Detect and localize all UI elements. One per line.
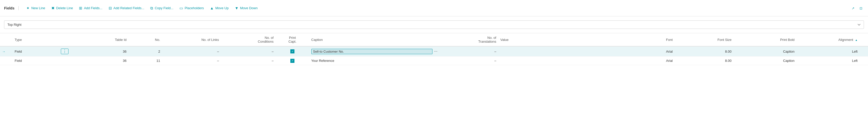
cell-scroll-1 [860,46,868,57]
th-arrow [0,33,12,46]
cell-printbold-1: Caption [734,46,797,57]
caption-cell-1: Sell-to Customer No. ··· [311,49,438,54]
placeholders-button[interactable]: ▭ Placeholders [177,4,206,12]
new-line-icon: ✦ [26,6,30,10]
export-icon: ↗ [851,6,855,10]
caption-more-button-1[interactable]: ··· [434,49,437,54]
settings-button[interactable]: ⊡ [858,4,864,12]
cell-tableid-1: 36 [74,46,129,57]
th-caption: Caption [309,33,440,46]
add-related-fields-label: Add Related Fields... [114,6,145,10]
add-fields-button[interactable]: ⊞ Add Fields... [76,4,105,12]
add-fields-icon: ⊞ [79,6,82,10]
position-dropdown[interactable]: Top Right Top Left Bottom Right Bottom L… [4,21,864,29]
move-up-icon: ▲ [210,6,214,10]
cell-value-2 [498,57,599,65]
caption-value-1[interactable]: Sell-to Customer No. [311,49,432,54]
placeholders-label: Placeholders [185,6,204,10]
move-down-icon: ▼ [235,6,239,10]
checkbox-1[interactable]: ✓ [290,49,294,54]
table-section: Type Table Id No. No. of Links No. of [0,33,868,65]
th-translations: No. of Translations [439,33,498,46]
sort-icon: ▲ [855,39,858,41]
table-row[interactable]: → Field ⋮ 36 2 – [0,46,868,57]
section-label: Fields [4,6,19,10]
th-tableid: Table Id [74,33,129,46]
checkbox-2[interactable]: ✓ [290,59,294,63]
cell-translations-1: – [439,46,498,57]
cell-printcapt-2[interactable]: ✓ [276,57,309,65]
th-font: Font [599,33,675,46]
th-fontsize: Font Size [675,33,734,46]
move-up-label: Move Up [215,6,228,10]
cell-conditions-1: – [221,46,276,57]
th-no: No. [129,33,162,46]
th-type: Type [12,33,59,46]
copy-field-label: Copy Field... [155,6,173,10]
delete-line-button[interactable]: ✖ Delete Line [49,4,76,12]
add-fields-label: Add Fields... [84,6,102,10]
move-down-label: Move Down [240,6,258,10]
add-related-fields-button[interactable]: ⊟ Add Related Fields... [106,4,147,12]
cell-links-1: – [162,46,221,57]
add-related-fields-icon: ⊟ [108,6,112,10]
delete-line-label: Delete Line [56,6,73,10]
th-links: No. of Links [162,33,221,46]
row-menu-button-1[interactable]: ⋮ [61,48,68,54]
table-wrapper: Type Table Id No. No. of Links No. of [0,33,868,65]
cell-translations-2: – [439,57,498,65]
copy-field-button[interactable]: ⧉ Copy Field... [148,4,176,12]
cell-font-2: Arial [599,57,675,65]
cell-scroll-2 [860,57,868,65]
row-arrow-1: → [0,46,12,57]
cell-alignment-1: Left [797,46,860,57]
cell-dots-1[interactable]: ⋮ [59,46,74,57]
toolbar: Fields ✦ New Line ✖ Delete Line ⊞ Add Fi… [0,0,868,16]
cell-no-2: 11 [129,57,162,65]
row-arrow-2 [0,57,12,65]
th-printbold: Print Bold [734,33,797,46]
placeholders-icon: ▭ [179,6,183,10]
move-up-button[interactable]: ▲ Move Up [208,4,231,12]
table-header-row: Type Table Id No. No. of Links No. of [0,33,868,46]
cell-fontsize-1: 8.00 [675,46,734,57]
cell-conditions-2: – [221,57,276,65]
th-conditions: No. of Conditions [221,33,276,46]
new-line-label: New Line [31,6,45,10]
cell-caption-1[interactable]: Sell-to Customer No. ··· [309,46,440,57]
table-row[interactable]: Field 36 11 – – ✓ [0,57,868,65]
settings-icon: ⊡ [860,6,862,10]
cell-printcapt-1[interactable]: ✓ [276,46,309,57]
delete-line-icon: ✖ [51,6,55,10]
th-printcapt: Print Capt. [276,33,309,46]
cell-links-2: – [162,57,221,65]
cell-type-2: Field [12,57,59,65]
move-down-button[interactable]: ▼ Move Down [232,4,260,12]
export-button[interactable]: ↗ [850,4,856,12]
th-scrollbar [860,33,868,46]
cell-printbold-2: Caption [734,57,797,65]
th-value: Value [498,33,599,46]
cell-fontsize-2: 8.00 [675,57,734,65]
cell-no-1: 2 [129,46,162,57]
th-dots [59,33,74,46]
cell-font-1: Arial [599,46,675,57]
th-alignment: Alignment ▲ [797,33,860,46]
cell-value-1 [498,46,599,57]
new-line-button[interactable]: ✦ New Line [24,4,48,12]
toolbar-right: ↗ ⊡ [850,4,864,12]
dropdown-section: Top Right Top Left Bottom Right Bottom L… [0,16,868,33]
cell-alignment-2: Left [797,57,860,65]
cell-dots-2 [59,57,74,65]
copy-field-icon: ⧉ [150,6,153,10]
cell-caption-2: Your Reference [309,57,440,65]
fields-table: Type Table Id No. No. of Links No. of [0,33,868,65]
cell-tableid-2: 36 [74,57,129,65]
cell-type-1: Field [12,46,59,57]
